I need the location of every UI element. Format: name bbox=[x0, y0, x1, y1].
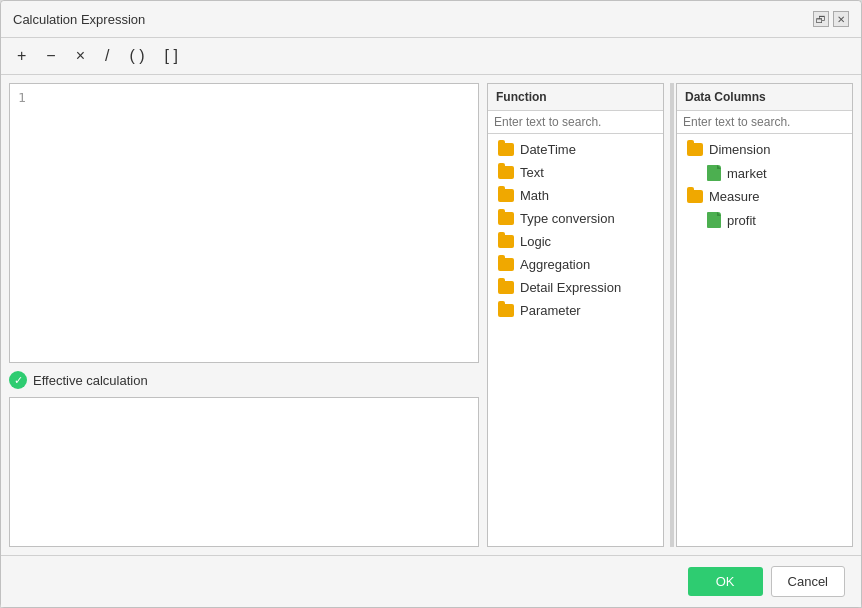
folder-icon bbox=[498, 143, 514, 156]
item-label: profit bbox=[727, 213, 756, 228]
data-columns-panel-header: Data Columns bbox=[677, 84, 852, 111]
folder-icon bbox=[498, 304, 514, 317]
file-icon bbox=[707, 165, 721, 181]
item-label: Dimension bbox=[709, 142, 770, 157]
title-bar: Calculation Expression 🗗 ✕ bbox=[1, 1, 861, 38]
item-label: Aggregation bbox=[520, 257, 590, 272]
divide-button[interactable]: / bbox=[101, 46, 113, 66]
function-panel-header: Function bbox=[488, 84, 663, 111]
item-label: Detail Expression bbox=[520, 280, 621, 295]
folder-icon bbox=[498, 258, 514, 271]
item-label: market bbox=[727, 166, 767, 181]
brackets-button[interactable]: [ ] bbox=[161, 46, 182, 66]
function-panel: Function DateTime Text Math bbox=[487, 83, 664, 547]
item-label: Logic bbox=[520, 234, 551, 249]
close-button[interactable]: ✕ bbox=[833, 11, 849, 27]
status-check-icon: ✓ bbox=[9, 371, 27, 389]
function-search-input[interactable] bbox=[488, 111, 663, 134]
data-columns-list: Dimension market Measure profit bbox=[677, 134, 852, 546]
folder-icon bbox=[687, 190, 703, 203]
restore-button[interactable]: 🗗 bbox=[813, 11, 829, 27]
item-label: Math bbox=[520, 188, 549, 203]
data-columns-search-input[interactable] bbox=[677, 111, 852, 134]
status-row: ✓ Effective calculation bbox=[9, 369, 479, 391]
description-area[interactable] bbox=[9, 397, 479, 547]
list-item[interactable]: Type conversion bbox=[488, 207, 663, 230]
line-number: 1 bbox=[18, 90, 26, 105]
list-item[interactable]: Detail Expression bbox=[488, 276, 663, 299]
title-bar-controls: 🗗 ✕ bbox=[813, 11, 849, 27]
cancel-button[interactable]: Cancel bbox=[771, 566, 845, 597]
expression-editor[interactable]: 1 bbox=[9, 83, 479, 363]
list-item[interactable]: Logic bbox=[488, 230, 663, 253]
multiply-button[interactable]: × bbox=[72, 46, 89, 66]
file-icon bbox=[707, 212, 721, 228]
right-panels: Function DateTime Text Math bbox=[487, 83, 853, 547]
folder-icon bbox=[687, 143, 703, 156]
list-item[interactable]: market bbox=[677, 161, 852, 185]
folder-icon bbox=[498, 212, 514, 225]
expression-toolbar: + − × / ( ) [ ] bbox=[1, 38, 861, 75]
list-item[interactable]: Parameter bbox=[488, 299, 663, 322]
item-label: Parameter bbox=[520, 303, 581, 318]
list-item[interactable]: DateTime bbox=[488, 138, 663, 161]
panel-resizer[interactable] bbox=[670, 83, 674, 547]
list-item[interactable]: Text bbox=[488, 161, 663, 184]
status-text: Effective calculation bbox=[33, 373, 148, 388]
folder-icon bbox=[498, 235, 514, 248]
item-label: Type conversion bbox=[520, 211, 615, 226]
item-label: Measure bbox=[709, 189, 760, 204]
ok-button[interactable]: OK bbox=[688, 567, 763, 596]
list-item[interactable]: Aggregation bbox=[488, 253, 663, 276]
list-item[interactable]: Measure bbox=[677, 185, 852, 208]
folder-icon bbox=[498, 166, 514, 179]
minus-button[interactable]: − bbox=[42, 46, 59, 66]
item-label: DateTime bbox=[520, 142, 576, 157]
parens-button[interactable]: ( ) bbox=[125, 46, 148, 66]
dialog-footer: OK Cancel bbox=[1, 555, 861, 607]
plus-button[interactable]: + bbox=[13, 46, 30, 66]
data-columns-panel: Data Columns Dimension market Measure bbox=[676, 83, 853, 547]
left-panel: 1 ✓ Effective calculation bbox=[9, 83, 479, 547]
list-item[interactable]: profit bbox=[677, 208, 852, 232]
item-label: Text bbox=[520, 165, 544, 180]
calculation-expression-dialog: Calculation Expression 🗗 ✕ + − × / ( ) [… bbox=[0, 0, 862, 608]
list-item[interactable]: Dimension bbox=[677, 138, 852, 161]
list-item[interactable]: Math bbox=[488, 184, 663, 207]
folder-icon bbox=[498, 281, 514, 294]
dialog-title: Calculation Expression bbox=[13, 12, 145, 27]
main-content: 1 ✓ Effective calculation Function DateT… bbox=[1, 75, 861, 555]
function-list: DateTime Text Math Type conversion bbox=[488, 134, 663, 546]
folder-icon bbox=[498, 189, 514, 202]
